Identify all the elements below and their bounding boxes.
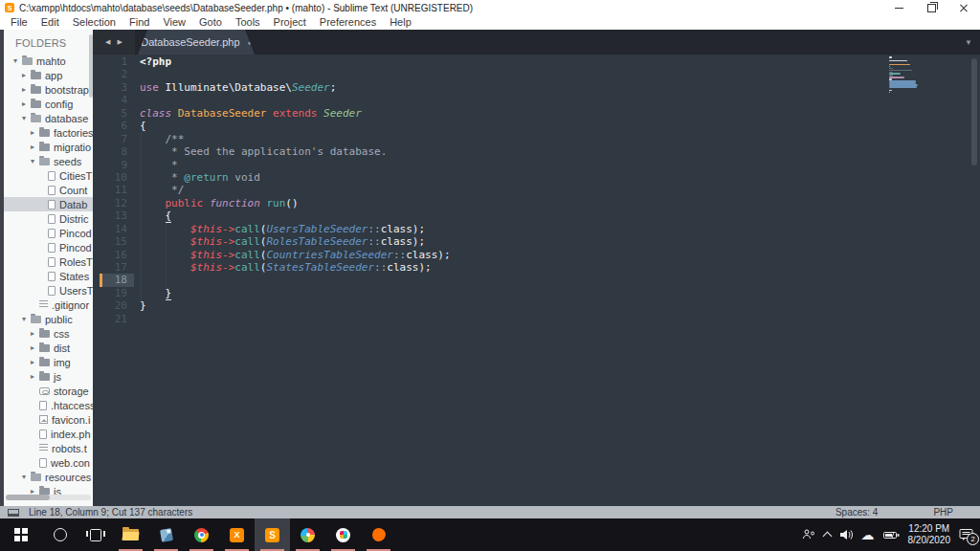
tree-item-pincod[interactable]: Pincod <box>4 226 93 240</box>
code-line-4[interactable]: 4 <box>93 94 980 106</box>
taskbar-xampp-button[interactable] <box>219 518 255 551</box>
tree-item-favicon-i[interactable]: favicon.i <box>4 412 93 427</box>
menu-find[interactable]: Find <box>122 15 156 30</box>
indent-setting[interactable]: Spaces: 4 <box>835 507 878 518</box>
taskbar-notepad-button[interactable] <box>148 518 184 551</box>
code-line-16[interactable]: 16 $this->call(CountriesTableSeeder::cla… <box>93 249 980 261</box>
chevron-right-icon[interactable]: ▸ <box>31 372 39 381</box>
onedrive-cloud-icon[interactable]: ☁ <box>861 528 875 541</box>
taskbar-avast-button[interactable] <box>361 518 396 551</box>
tree-item-img[interactable]: ▸img <box>4 355 93 369</box>
show-panel-icon[interactable] <box>8 509 19 517</box>
tree-item-distric[interactable]: Distric <box>4 211 93 226</box>
taskbar-sublime-text-button[interactable] <box>255 518 290 551</box>
menu-view[interactable]: View <box>156 15 192 30</box>
code-line-1[interactable]: 1<?php <box>93 55 980 68</box>
minimize-button[interactable] <box>882 0 915 15</box>
code-line-18[interactable]: 18 <box>93 274 980 286</box>
tree-item-dist[interactable]: ▸dist <box>4 341 93 355</box>
chevron-right-icon[interactable]: ▸ <box>31 329 39 338</box>
menu-goto[interactable]: Goto <box>192 15 229 30</box>
tree-item-css[interactable]: ▸css <box>4 326 93 341</box>
tree-item-seeds[interactable]: ▾seeds <box>4 154 93 168</box>
tree-item-js[interactable]: ▸js <box>4 369 93 384</box>
tree-item-count[interactable]: Count <box>4 183 93 197</box>
tree-item--gitignor[interactable]: .gitignor <box>4 298 93 312</box>
tree-item-robots-t[interactable]: robots.t <box>4 441 93 455</box>
battery-icon[interactable] <box>883 530 900 540</box>
editor-pane[interactable]: ◀ ▶ DatabaseSeeder.php ● ▼ 1<?php23use I… <box>93 30 980 506</box>
taskbar-start-button[interactable] <box>0 518 42 551</box>
chevron-down-icon[interactable]: ▾ <box>22 114 31 122</box>
tree-item-pincod[interactable]: Pincod <box>4 240 93 254</box>
code-line-17[interactable]: 17 $this->call(StatesTableSeeder::class)… <box>93 261 980 274</box>
code-line-21[interactable]: 21 <box>93 313 980 325</box>
taskbar-clock[interactable]: 12:20 PM 8/20/2020 <box>908 523 951 546</box>
tree-item-database[interactable]: ▾database <box>4 111 93 125</box>
chevron-right-icon[interactable]: ▸ <box>22 71 31 79</box>
tree-item-public[interactable]: ▾public <box>4 312 93 326</box>
syntax-setting[interactable]: PHP <box>933 507 953 518</box>
editor-vertical-scrollbar[interactable] <box>971 58 977 165</box>
tree-item-mahto[interactable]: ▾mahto <box>4 54 93 68</box>
taskbar-file-explorer-button[interactable] <box>113 518 148 551</box>
menu-tools[interactable]: Tools <box>229 15 267 30</box>
menu-preferences[interactable]: Preferences <box>313 15 383 30</box>
code-line-3[interactable]: 3use Illuminate\Database\Seeder; <box>93 81 980 94</box>
code-line-13[interactable]: 13 { <box>93 209 980 222</box>
code-line-19[interactable]: 19 } <box>93 287 980 299</box>
tree-item-bootstrap[interactable]: ▸bootstrap <box>4 82 93 97</box>
code-line-7[interactable]: 7 /** <box>93 133 980 145</box>
taskbar-colorful-app-button[interactable] <box>290 518 325 551</box>
code-line-9[interactable]: 9 * <box>93 159 980 171</box>
people-icon[interactable] <box>802 529 815 540</box>
code-line-10[interactable]: 10 * @return void <box>93 171 980 184</box>
tree-item-migratio[interactable]: ▸migratio <box>4 140 93 154</box>
tree-item-web-con[interactable]: web.con <box>4 455 93 470</box>
code-line-20[interactable]: 20} <box>93 299 980 312</box>
minimap[interactable] <box>889 56 922 96</box>
code-line-8[interactable]: 8 * Seed the application's database. <box>93 145 980 158</box>
chevron-down-icon[interactable]: ▾ <box>31 157 39 165</box>
chevron-right-icon[interactable]: ▸ <box>31 358 39 366</box>
menu-help[interactable]: Help <box>383 15 418 30</box>
chevron-down-icon[interactable]: ▾ <box>13 56 22 65</box>
chevron-right-icon[interactable]: ▸ <box>31 128 39 137</box>
tab-overflow-icon[interactable]: ▼ <box>965 38 972 47</box>
code-line-6[interactable]: 6{ <box>93 120 980 132</box>
chevron-down-icon[interactable]: ▾ <box>22 473 31 481</box>
tree-item--htaccess[interactable]: .htaccess <box>4 398 93 412</box>
taskbar-slack-button[interactable] <box>325 518 361 551</box>
code-line-2[interactable]: 2 <box>93 68 980 80</box>
menu-selection[interactable]: Selection <box>66 15 122 30</box>
restore-button[interactable] <box>915 0 947 15</box>
menu-edit[interactable]: Edit <box>34 15 66 30</box>
tree-item-userst[interactable]: UsersT <box>4 283 93 298</box>
tree-item-factories[interactable]: ▸factories <box>4 125 93 140</box>
action-center-button[interactable]: 2 <box>959 528 974 541</box>
tree-item-config[interactable]: ▸config <box>4 97 93 111</box>
tree-item-citiest[interactable]: CitiesT <box>4 168 93 183</box>
code-line-14[interactable]: 14 $this->call(UsersTableSeeder::class); <box>93 223 980 235</box>
taskbar-task-view-button[interactable] <box>78 518 113 551</box>
chevron-down-icon[interactable]: ▾ <box>22 315 31 323</box>
tree-item-resources[interactable]: ▾resources <box>4 470 93 484</box>
chevron-right-icon[interactable]: ▸ <box>31 143 39 151</box>
tab-next-icon[interactable]: ▶ <box>118 38 122 46</box>
sidebar-horizontal-scrollbar[interactable] <box>6 495 91 500</box>
close-button[interactable] <box>947 0 980 15</box>
tree-item-rolest[interactable]: RolesT <box>4 254 93 269</box>
chevron-right-icon[interactable]: ▸ <box>22 85 31 94</box>
volume-icon[interactable] <box>839 529 853 540</box>
code-area[interactable]: 1<?php23use Illuminate\Database\Seeder;4… <box>93 55 980 506</box>
code-line-12[interactable]: 12 public function run() <box>93 197 980 209</box>
code-line-15[interactable]: 15 $this->call(RolesTableSeeder::class); <box>93 235 980 248</box>
chevron-right-icon[interactable]: ▸ <box>22 99 31 108</box>
chevron-right-icon[interactable]: ▸ <box>31 343 39 352</box>
code-line-11[interactable]: 11 */ <box>93 184 980 196</box>
tree-item-app[interactable]: ▸app <box>4 68 93 82</box>
folders-sidebar[interactable]: FOLDERS ▾mahto▸app▸bootstrap▸config▾data… <box>4 30 93 506</box>
tab-prev-icon[interactable]: ◀ <box>105 38 110 46</box>
tree-item-index-ph[interactable]: index.ph <box>4 427 93 441</box>
code-line-5[interactable]: 5class DatabaseSeeder extends Seeder <box>93 107 980 120</box>
